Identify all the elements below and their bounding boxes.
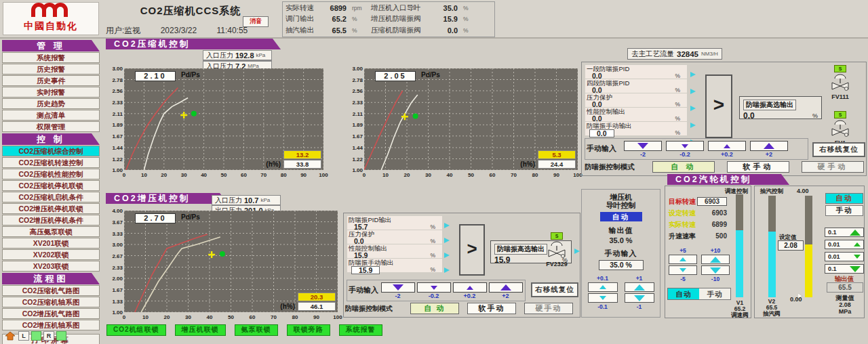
step-arrow-button[interactable] xyxy=(701,255,730,264)
sidebar-item[interactable]: 历史趋势 xyxy=(2,98,100,109)
sidebar-item[interactable]: XV203联锁 xyxy=(2,261,100,272)
sidebar-item[interactable]: CO2压缩机性能控制 xyxy=(2,169,100,179)
speed-step-button[interactable]: +10 xyxy=(701,247,730,265)
sidebar-group-flowcharts: CO2压缩机气路图CO2压缩机轴系图CO2增压机气路图CO2增压机轴系图 xyxy=(2,285,100,330)
arrow-icon xyxy=(710,257,721,263)
status-row: 抽汽输出 65.5 % xyxy=(285,26,371,35)
sidebar-item[interactable]: CO2压缩机停机联锁 xyxy=(2,180,100,191)
control-valve-icon xyxy=(545,240,569,258)
left-nav-button[interactable]: L xyxy=(18,331,29,341)
pressure-step-button[interactable]: 0.01 xyxy=(825,252,864,261)
mute-button[interactable]: 消音 xyxy=(243,16,269,27)
pressure-step-button[interactable]: 0.1 xyxy=(825,264,864,274)
step-arrow-button[interactable] xyxy=(381,282,415,293)
extraction-auto-button[interactable]: 自动 xyxy=(825,193,863,204)
y-tick-label: 1.00 xyxy=(106,167,123,173)
speed-step-button[interactable]: +5 xyxy=(668,247,698,265)
mode-button[interactable]: 自 动 xyxy=(410,303,459,314)
manual-step-button[interactable]: -2 xyxy=(622,141,664,158)
setpoint-input[interactable]: 2.08 xyxy=(778,240,804,251)
sidebar-item[interactable]: CO2增压机轴系图 xyxy=(2,320,100,330)
step-arrow-button[interactable] xyxy=(669,265,697,275)
step-arrow-button[interactable] xyxy=(588,282,618,292)
sidebar-item[interactable]: CO2压缩机气路图 xyxy=(2,285,100,296)
interlock-button[interactable]: 系统报警 xyxy=(339,324,382,336)
sidebar-item[interactable]: 系统报警 xyxy=(2,52,100,63)
igv-step-button[interactable]: +0.1 xyxy=(587,275,618,293)
igv-step-button[interactable]: -1 xyxy=(624,293,655,310)
step-arrow-button[interactable] xyxy=(750,141,788,151)
sidebar-item[interactable]: CO2压缩机启机条件 xyxy=(2,192,100,202)
step-arrow-button[interactable] xyxy=(701,265,730,275)
speed-manual-button[interactable]: 手动 xyxy=(699,288,730,299)
speed-row-label: 设定转速 xyxy=(669,209,696,218)
x-tick-label: 60 xyxy=(490,172,496,178)
sidebar-item[interactable]: CO2增压机气路图 xyxy=(2,308,100,319)
home-icon[interactable] xyxy=(4,331,16,341)
mode-button[interactable]: 自 动 xyxy=(652,161,715,173)
sidebar-item[interactable]: 权限管理 xyxy=(2,121,100,132)
bottom-interlock-bar: CO2机组联锁增压机联锁氨泵联锁联锁旁路系统报警 xyxy=(106,324,382,336)
reset-line-button[interactable]: 右移线复位 xyxy=(812,142,865,157)
step-arrow-button[interactable] xyxy=(624,141,662,151)
manual-step-button[interactable]: -2 xyxy=(380,282,416,299)
sidebar-item[interactable]: CO2压缩机转速控制 xyxy=(2,157,100,168)
v1-name: 调速阀 xyxy=(730,312,749,318)
sidebar-item[interactable]: 实时报警 xyxy=(2,87,100,98)
arrow-icon xyxy=(634,295,645,301)
manual-step-button[interactable]: +0.2 xyxy=(452,282,488,299)
mode-button[interactable]: 软手动 xyxy=(467,303,516,314)
signal-unit: % xyxy=(675,115,680,122)
sidebar-item[interactable]: CO2压缩机综合控制 xyxy=(2,146,100,156)
speed-step-button[interactable]: -10 xyxy=(701,265,730,282)
manual-step-button[interactable]: +0.2 xyxy=(706,141,748,158)
right-nav-button[interactable]: R xyxy=(43,331,54,341)
logo-text: 中國自動化 xyxy=(3,20,98,31)
sidebar-item[interactable]: CO2压缩机轴系图 xyxy=(2,297,100,307)
speed-auto-button[interactable]: 自动 xyxy=(668,288,699,299)
signal-unit: % xyxy=(430,252,435,259)
step-arrow-button[interactable] xyxy=(417,282,451,293)
interlock-button[interactable]: 氨泵联锁 xyxy=(235,324,278,336)
manual-step-button[interactable]: +2 xyxy=(488,282,524,299)
igv-step-button[interactable]: +1 xyxy=(624,275,655,293)
sidebar-item[interactable]: CO2增压机停机联锁 xyxy=(2,203,100,214)
step-arrow-button[interactable] xyxy=(669,255,697,264)
sidebar-item[interactable]: 历史事件 xyxy=(2,75,100,86)
igv-step-button[interactable]: -0.1 xyxy=(587,293,618,310)
manual-step-button[interactable]: +2 xyxy=(748,141,790,158)
speed-step-button[interactable]: -5 xyxy=(668,265,698,282)
interlock-button[interactable]: 增压机联锁 xyxy=(175,324,226,336)
igv-manual-input[interactable]: 35.0 % xyxy=(599,260,644,270)
sidebar-item[interactable]: XV201联锁 xyxy=(2,238,100,249)
step-arrow-button[interactable] xyxy=(489,282,523,293)
manual-step-button[interactable]: -0.2 xyxy=(416,282,452,299)
step-arrow-button[interactable] xyxy=(588,293,618,303)
interlock-button[interactable]: 联锁旁路 xyxy=(287,324,330,336)
chart-plot-area: 2.10 Pd/Ps 13.2 (h%) 33.8 xyxy=(124,68,323,170)
step-arrow-button[interactable] xyxy=(625,293,654,303)
step-arrow-button[interactable] xyxy=(625,282,654,292)
right-indicator xyxy=(56,331,66,341)
step-arrow-button[interactable] xyxy=(708,141,746,151)
manual-step-button[interactable]: -0.2 xyxy=(664,141,706,158)
mode-button[interactable]: 软手动 xyxy=(727,161,789,173)
sidebar-item[interactable]: CO2增压机停机条件 xyxy=(2,215,100,225)
sidebar-item[interactable]: 高压氨泵联锁 xyxy=(2,226,100,237)
pressure-step-button[interactable]: 0.1 xyxy=(825,228,864,237)
reset-line-button[interactable]: 右移线复位 xyxy=(531,282,578,297)
interlock-button[interactable]: CO2机组联锁 xyxy=(106,324,166,336)
arrow-icon xyxy=(854,242,861,246)
sidebar-item[interactable]: XV202联锁 xyxy=(2,249,100,260)
igv-auto-button[interactable]: 自动 xyxy=(600,212,642,221)
sidebar-item[interactable]: 测点清单 xyxy=(2,110,100,121)
mode-button[interactable]: 硬手动 xyxy=(802,161,864,173)
ratio-label: Pd/Ps xyxy=(181,213,200,221)
extraction-manual-button[interactable]: 手动 xyxy=(825,205,863,216)
sidebar-item[interactable]: 历史报警 xyxy=(2,64,100,74)
hpct-label: (h%) xyxy=(520,160,535,168)
step-arrow-button[interactable] xyxy=(453,282,487,293)
pressure-step-button[interactable]: 0.01 xyxy=(825,240,864,249)
mode-button[interactable]: 硬手动 xyxy=(524,303,573,314)
step-arrow-button[interactable] xyxy=(666,141,704,151)
